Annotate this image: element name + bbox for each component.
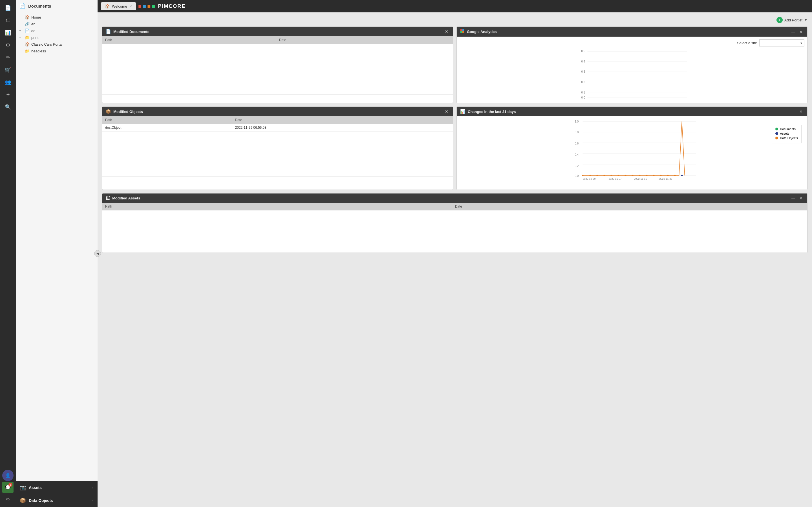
pimcore-logo: ■ ■ ■ ■ PIMCORE bbox=[138, 3, 186, 10]
folder-icon: 📁 bbox=[25, 49, 30, 53]
nav-search-icon[interactable]: 🔍 bbox=[2, 101, 13, 113]
sidebar-dataobjects-item[interactable]: 📦 Data Objects → bbox=[16, 494, 98, 507]
portlet-minimize-button[interactable]: — bbox=[436, 109, 442, 114]
svg-point-40 bbox=[639, 175, 641, 176]
modified-assets-title: Modified Assets bbox=[112, 196, 788, 200]
tree-item-headless[interactable]: + 📁 headless bbox=[16, 48, 98, 54]
modified-documents-header: 📄 Modified Documents — ✕ bbox=[102, 27, 453, 36]
sidebar-expand-arrow[interactable]: → bbox=[90, 4, 94, 8]
nav-network-icon[interactable]: ✦ bbox=[2, 89, 13, 100]
nav-cart-icon[interactable]: 🛒 bbox=[2, 64, 13, 75]
nav-tag-icon[interactable]: 🏷 bbox=[2, 15, 13, 26]
svg-point-47 bbox=[681, 175, 683, 176]
modified-objects-table: Path Date /testObject 2022-11-29 06:56:5… bbox=[102, 116, 453, 177]
svg-point-36 bbox=[611, 175, 612, 176]
portlet-minimize-button[interactable]: — bbox=[790, 109, 797, 114]
path-column-header: Path bbox=[102, 36, 276, 44]
site-select[interactable] bbox=[759, 40, 804, 47]
tab-close-button[interactable]: ✕ bbox=[130, 4, 132, 8]
icon-rail: 📄 🏷 📊 ⚙ ✏ 🛒 👥 ✦ 🔍 👤 💬 1 ∞ bbox=[0, 0, 16, 507]
portlet-controls: — ✕ bbox=[790, 109, 804, 114]
legend-item-assets: Assets bbox=[775, 132, 798, 135]
empty-state bbox=[102, 210, 807, 252]
portlet-close-button[interactable]: ✕ bbox=[798, 109, 804, 114]
date-column-header: Date bbox=[276, 36, 453, 44]
nav-pencil-icon[interactable]: ✏ bbox=[2, 52, 13, 63]
object-path: /testObject bbox=[102, 124, 232, 131]
home-icon: 🏠 bbox=[25, 42, 30, 47]
google-analytics-portlet: Google Analytics — ✕ Select a site ▼ bbox=[456, 26, 808, 103]
svg-point-41 bbox=[646, 175, 648, 176]
changes-portlet: 📊 Changes in the last 31 days — ✕ 1.0 0.… bbox=[456, 107, 808, 190]
legend-label-documents: Documents bbox=[780, 127, 796, 131]
welcome-tab[interactable]: 🏠 Welcome ✕ bbox=[101, 2, 136, 10]
svg-rect-2 bbox=[460, 31, 462, 33]
expand-icon: + bbox=[19, 49, 23, 53]
user-profile-icon[interactable]: 👤 bbox=[2, 470, 13, 481]
changes-icon: 📊 bbox=[460, 109, 465, 114]
add-portlet-button[interactable]: + Add Portlet ▼ bbox=[776, 17, 808, 23]
svg-text:0.5: 0.5 bbox=[581, 50, 585, 53]
date-column-header: Date bbox=[232, 116, 453, 124]
dataobjects-label: Data Objects bbox=[29, 498, 87, 503]
google-analytics-header: Google Analytics — ✕ bbox=[457, 27, 807, 37]
svg-point-43 bbox=[660, 175, 662, 176]
modified-documents-table: Path Date bbox=[102, 36, 453, 95]
modified-documents-portlet: 📄 Modified Documents — ✕ Path Date bbox=[102, 26, 453, 103]
portlet-controls: — ✕ bbox=[436, 109, 449, 114]
table-row[interactable]: /testObject 2022-11-29 06:56:53 bbox=[102, 124, 453, 131]
modified-assets-table: Path Date bbox=[102, 203, 807, 252]
chat-icon[interactable]: 💬 1 bbox=[2, 482, 13, 493]
portlet-close-button[interactable]: ✕ bbox=[444, 29, 449, 34]
svg-text:0.1: 0.1 bbox=[581, 91, 585, 94]
expand-icon: + bbox=[19, 29, 23, 33]
tab-icon: 🏠 bbox=[105, 4, 110, 8]
dataobjects-icon: 📦 bbox=[20, 497, 26, 504]
path-column-header: Path bbox=[102, 203, 452, 210]
link-icon: 🔗 bbox=[25, 22, 30, 26]
tree-item-en[interactable]: + 🔗 en bbox=[16, 20, 98, 27]
infinity-icon[interactable]: ∞ bbox=[2, 494, 13, 505]
svg-rect-0 bbox=[460, 29, 462, 31]
svg-text:0.0: 0.0 bbox=[575, 174, 579, 177]
site-selector: Select a site ▼ bbox=[460, 40, 804, 47]
tree-item-print[interactable]: + 📁 print bbox=[16, 34, 98, 41]
tab-label: Welcome bbox=[112, 4, 127, 8]
svg-point-32 bbox=[582, 175, 583, 176]
sidebar-collapse-button[interactable]: ◀ bbox=[94, 250, 101, 257]
tree-item-de[interactable]: + 📄 de bbox=[16, 27, 98, 34]
folder-icon: 📁 bbox=[25, 35, 30, 40]
chat-badge: 1 bbox=[8, 483, 12, 487]
portlet-close-button[interactable]: ✕ bbox=[798, 196, 804, 201]
svg-point-37 bbox=[618, 175, 619, 176]
portlet-minimize-button[interactable]: — bbox=[790, 30, 797, 34]
nav-users-icon[interactable]: 👥 bbox=[2, 76, 13, 88]
object-date: 2022-11-29 06:56:53 bbox=[232, 124, 453, 131]
svg-rect-3 bbox=[462, 31, 464, 33]
tree-item-home[interactable]: 🏠 Home bbox=[16, 14, 98, 20]
portlet-minimize-button[interactable]: — bbox=[790, 196, 797, 201]
modified-documents-title: Modified Documents bbox=[113, 30, 434, 34]
nav-document-icon[interactable]: 📄 bbox=[2, 2, 13, 13]
dashboard: + Add Portlet ▼ 📄 Modified Documents — ✕ bbox=[98, 12, 812, 507]
svg-text:2022-11-15: 2022-11-15 bbox=[634, 177, 647, 180]
nav-chart-icon[interactable]: 📊 bbox=[2, 27, 13, 38]
nav-settings-icon[interactable]: ⚙ bbox=[2, 40, 13, 51]
modified-assets-portlet: 🖼 Modified Assets — ✕ Path Date bbox=[102, 193, 808, 253]
expand-icon: + bbox=[19, 42, 23, 46]
ga-chart: 0.5 0.4 0.3 0.2 0.1 0.0 bbox=[460, 49, 804, 100]
svg-rect-1 bbox=[462, 29, 464, 31]
tree-item-classic-cars[interactable]: + 🏠 Classic Cars Portal bbox=[16, 41, 98, 48]
portlet-minimize-button[interactable]: — bbox=[436, 29, 442, 34]
legend-label-dataobjects: Data Objects bbox=[780, 136, 798, 140]
empty-state bbox=[102, 44, 453, 95]
svg-point-44 bbox=[667, 175, 669, 176]
modified-assets-header: 🖼 Modified Assets — ✕ bbox=[102, 193, 807, 203]
site-selector-label: Select a site bbox=[737, 41, 757, 45]
portlet-close-button[interactable]: ✕ bbox=[798, 30, 804, 34]
portlet-close-button[interactable]: ✕ bbox=[444, 109, 449, 114]
sidebar-assets-item[interactable]: 📷 Assets → bbox=[16, 481, 98, 494]
tree-item-label: de bbox=[31, 29, 35, 33]
date-column-header: Date bbox=[452, 203, 807, 210]
google-analytics-icon bbox=[460, 29, 465, 34]
